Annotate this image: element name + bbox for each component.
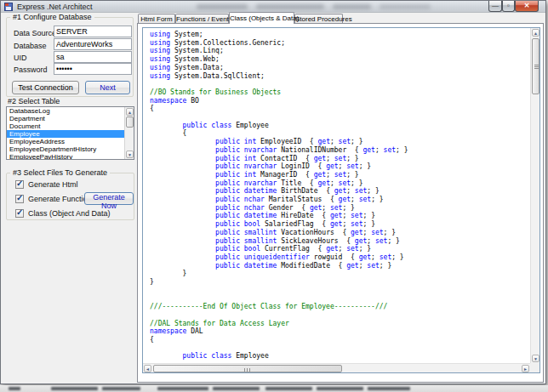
checkbox-checked-icon[interactable]: ✓	[15, 180, 24, 189]
list-item[interactable]: Employee	[7, 130, 124, 138]
tab-page: using System; using System.Collections.G…	[137, 23, 544, 383]
password-field[interactable]	[54, 63, 132, 75]
checkbox-label: Class (Object And Data)	[28, 209, 111, 218]
tab-class-objects-data[interactable]: Class (Objects & Data)	[229, 12, 294, 24]
password-label: Password	[14, 65, 48, 74]
generate-now-button[interactable]: Generate Now	[84, 192, 134, 205]
code-textbox[interactable]: using System; using System.Collections.G…	[142, 27, 540, 373]
code-hscroll-thumb[interactable]	[153, 365, 342, 372]
code-vertical-scrollbar[interactable]: ▲ ▼	[530, 28, 539, 363]
data-source-label: Data Source	[14, 29, 56, 37]
configure-database-group: #1 Configure Database Data SourceDatabas…	[6, 17, 134, 97]
list-item[interactable]: DatabaseLog	[7, 107, 124, 115]
list-item[interactable]: EmployeeDepartmentHistory	[7, 145, 124, 153]
scroll-up-icon[interactable]: ▲	[126, 108, 134, 116]
app-window: Express .Net Architect — ▫ ✕ #1 Configur…	[0, 0, 546, 384]
select-table-label: #2 Select Table	[8, 97, 60, 105]
checkbox-checked-icon[interactable]: ✓	[15, 209, 24, 218]
test-connection-button[interactable]: Test Connection	[12, 81, 79, 94]
title-bar[interactable]: Express .Net Architect — ▫ ✕	[1, 1, 545, 13]
database-label: Database	[14, 42, 47, 50]
screenshot-stage: Express .Net Architect — ▫ ✕ #1 Configur…	[0, 0, 548, 392]
scroll-down-icon[interactable]: ▼	[126, 151, 134, 158]
scroll-down-icon[interactable]: ▼	[532, 355, 539, 362]
list-item[interactable]: Department	[7, 115, 124, 122]
desktop-background-strip	[0, 385, 548, 392]
generate-files-title: #3 Select Files To Generate	[10, 168, 110, 177]
code-content[interactable]: using System; using System.Collections.G…	[143, 28, 529, 362]
uid-field[interactable]	[54, 51, 132, 63]
background-window-ghost	[197, 4, 248, 9]
background-window-ghost	[333, 4, 371, 9]
configure-database-title: #1 Configure Database	[10, 13, 94, 21]
scroll-up-icon[interactable]: ▲	[532, 29, 539, 37]
background-window-ghost	[256, 4, 324, 9]
scroll-left-icon[interactable]: ◄	[144, 365, 151, 372]
data-source-field[interactable]	[54, 26, 132, 37]
list-item[interactable]: Document	[7, 122, 124, 130]
scrollbar-corner	[530, 363, 539, 372]
window-title: Express .Net Architect	[17, 3, 93, 11]
listbox-scrollbar[interactable]: ▲ ▼	[124, 107, 134, 159]
code-horizontal-scrollbar[interactable]: ◄ ►	[143, 363, 530, 372]
uid-label: UID	[14, 54, 27, 62]
background-window-ghost	[380, 4, 431, 9]
next-button[interactable]: Next	[85, 81, 130, 94]
listbox-scroll-thumb[interactable]	[126, 116, 134, 128]
checkbox-label: Generate Html	[28, 180, 78, 189]
scroll-right-icon[interactable]: ►	[522, 365, 529, 372]
list-item[interactable]: EmployeePayHistory	[7, 153, 124, 160]
checkbox-checked-icon[interactable]: ✓	[15, 195, 24, 203]
maximize-button[interactable]: ▫	[502, 1, 515, 12]
minimize-button[interactable]: —	[488, 1, 502, 12]
list-item[interactable]: EmployeeAddress	[7, 138, 124, 145]
code-vscroll-thumb[interactable]	[532, 38, 539, 94]
app-icon	[4, 3, 13, 11]
generate-files-group: #3 Select Files To Generate ✓Generate Ht…	[6, 173, 134, 220]
table-listbox[interactable]: DatabaseLogDepartmentDocumentEmployeeEmp…	[6, 106, 134, 160]
close-button[interactable]: ✕	[515, 1, 539, 12]
database-field[interactable]	[54, 38, 132, 50]
